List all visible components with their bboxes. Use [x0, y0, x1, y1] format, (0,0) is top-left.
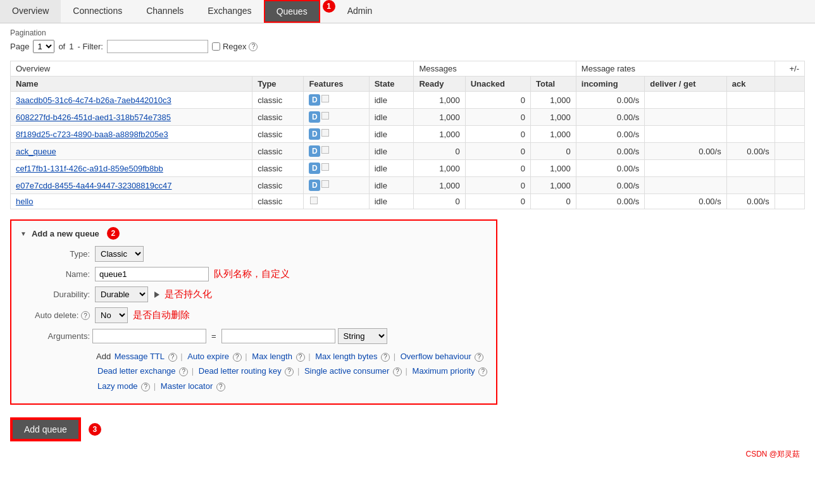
page-select[interactable]: 1: [33, 40, 54, 53]
args-key-input[interactable]: [92, 329, 206, 343]
collapse-triangle-icon: ▼: [20, 230, 27, 237]
pagination-label: Pagination: [10, 28, 805, 37]
queue-name[interactable]: 608227fd-b426-451d-aed1-318b574e7385: [11, 109, 252, 126]
th-name: Name: [11, 77, 252, 92]
queue-total: 0: [530, 143, 576, 160]
nav-admin[interactable]: Admin: [335, 0, 385, 23]
args-val-input[interactable]: [221, 329, 335, 343]
queue-name[interactable]: 3aacdb05-31c6-4c74-b26a-7aeb442010c3: [11, 92, 252, 109]
queue-unacked: 0: [465, 160, 530, 177]
nav-exchanges[interactable]: Exchanges: [196, 0, 263, 23]
queue-unacked: 0: [465, 177, 530, 194]
durability-cursor-icon: [154, 292, 159, 298]
table-row[interactable]: cef17fb1-131f-426c-a91d-859e509fb8bbclas…: [11, 160, 805, 177]
queue-deliver-get: [645, 92, 726, 109]
args-eq-sign: =: [209, 331, 219, 341]
link-dead-letter-exchange[interactable]: Dead letter exchange: [97, 366, 176, 376]
col-group-overview: Overview: [11, 61, 414, 77]
queue-extra: [775, 92, 804, 109]
link-single-active-consumer[interactable]: Single active consumer: [304, 366, 389, 376]
link-auto-expire[interactable]: Auto expire: [187, 352, 229, 361]
queue-ready: 1,000: [414, 92, 465, 109]
link-overflow-behaviour[interactable]: Overflow behaviour: [401, 352, 471, 361]
type-label: Type:: [20, 249, 90, 259]
auto-delete-select[interactable]: No Yes: [95, 307, 128, 323]
of-value: 1: [69, 42, 73, 51]
queue-state: idle: [369, 143, 414, 160]
type-select[interactable]: Classic Quorum: [95, 246, 144, 262]
th-ready: Ready: [414, 77, 465, 92]
auto-delete-help-icon[interactable]: ?: [81, 311, 90, 320]
link-lazy-mode[interactable]: Lazy mode: [97, 381, 138, 391]
arguments-label: Arguments:: [20, 331, 90, 341]
queue-type: classic: [252, 194, 304, 209]
link-dead-letter-routing-key[interactable]: Dead letter routing key: [199, 366, 282, 376]
queue-incoming: 0.00/s: [576, 109, 644, 126]
queue-features: D: [304, 160, 369, 177]
regex-checkbox[interactable]: [212, 42, 220, 51]
col-group-rates: Message rates: [576, 61, 775, 77]
th-unacked: Unacked: [465, 77, 530, 92]
queue-name[interactable]: 8f189d25-c723-4890-baa8-a8898fb205e3: [11, 126, 252, 143]
add-queue-badge-2: 2: [107, 227, 120, 240]
queue-ready: 1,000: [414, 126, 465, 143]
nav-badge-1: 1: [323, 0, 335, 13]
link-max-length-bytes[interactable]: Max length bytes: [315, 352, 377, 361]
table-row[interactable]: e07e7cdd-8455-4a44-9447-32308819cc47clas…: [11, 177, 805, 194]
queue-incoming: 0.00/s: [576, 126, 644, 143]
queue-unacked: 0: [465, 143, 530, 160]
nav-queues[interactable]: Queues: [264, 0, 320, 23]
pagination-row: Page 1 of 1 - Filter: Regex ?: [10, 40, 805, 53]
table-row[interactable]: 608227fd-b426-451d-aed1-318b574e7385clas…: [11, 109, 805, 126]
max-length-bytes-help-icon[interactable]: ?: [381, 353, 390, 362]
add-queue-btn-wrapper: Add queue: [10, 417, 81, 441]
queue-name[interactable]: hello: [11, 194, 252, 209]
queue-features: [304, 194, 369, 209]
queue-table: Overview Messages Message rates +/- Name…: [10, 61, 805, 209]
link-message-ttl[interactable]: Message TTL: [115, 352, 165, 361]
queue-name[interactable]: ack_queue: [11, 143, 252, 160]
table-row[interactable]: ack_queueclassicDidle0000.00/s0.00/s0.00…: [11, 143, 805, 160]
regex-label: Regex ?: [212, 42, 258, 51]
add-queue-button[interactable]: Add queue: [11, 419, 80, 440]
of-label: of: [58, 42, 65, 51]
dead-letter-exchange-help-icon[interactable]: ?: [179, 367, 188, 376]
queue-ack: [726, 160, 775, 177]
th-type: Type: [252, 77, 304, 92]
queue-deliver-get: [645, 160, 726, 177]
overflow-behaviour-help-icon[interactable]: ?: [475, 353, 483, 362]
queue-name[interactable]: cef17fb1-131f-426c-a91d-859e509fb8bb: [11, 160, 252, 177]
message-ttl-help-icon[interactable]: ?: [168, 353, 177, 362]
name-input[interactable]: [95, 267, 209, 281]
args-type-select[interactable]: String Number Boolean: [338, 328, 387, 344]
regex-help-icon[interactable]: ?: [249, 42, 258, 51]
col-plus-minus[interactable]: +/-: [775, 61, 804, 77]
table-row[interactable]: 3aacdb05-31c6-4c74-b26a-7aeb442010c3clas…: [11, 92, 805, 109]
link-max-length[interactable]: Max length: [252, 352, 292, 361]
lazy-mode-help-icon[interactable]: ?: [141, 383, 150, 391]
queue-state: idle: [369, 160, 414, 177]
nav-channels[interactable]: Channels: [134, 0, 196, 23]
link-master-locator[interactable]: Master locator: [161, 381, 213, 391]
max-length-help-icon[interactable]: ?: [296, 353, 305, 362]
queue-state: idle: [369, 194, 414, 209]
auto-expire-help-icon[interactable]: ?: [233, 353, 242, 362]
queue-state: idle: [369, 92, 414, 109]
queue-features: D: [304, 177, 369, 194]
single-active-consumer-help-icon[interactable]: ?: [393, 367, 402, 376]
table-row[interactable]: helloclassicidle0000.00/s0.00/s0.00/s: [11, 194, 805, 209]
filter-input[interactable]: [107, 40, 208, 53]
nav-connections[interactable]: Connections: [61, 0, 134, 23]
nav-overview[interactable]: Overview: [0, 0, 61, 23]
queue-extra: [775, 126, 804, 143]
add-queue-title: Add a new queue: [32, 229, 99, 238]
queue-unacked: 0: [465, 109, 530, 126]
add-queue-header[interactable]: ▼ Add a new queue 2: [20, 227, 487, 240]
durability-select[interactable]: Durable Transient: [95, 286, 148, 302]
dead-letter-routing-key-help-icon[interactable]: ?: [285, 367, 294, 376]
table-row[interactable]: 8f189d25-c723-4890-baa8-a8898fb205e3clas…: [11, 126, 805, 143]
link-maximum-priority[interactable]: Maximum priority: [413, 366, 475, 376]
maximum-priority-help-icon[interactable]: ?: [478, 367, 487, 376]
master-locator-help-icon[interactable]: ?: [216, 383, 225, 391]
queue-name[interactable]: e07e7cdd-8455-4a44-9447-32308819cc47: [11, 177, 252, 194]
